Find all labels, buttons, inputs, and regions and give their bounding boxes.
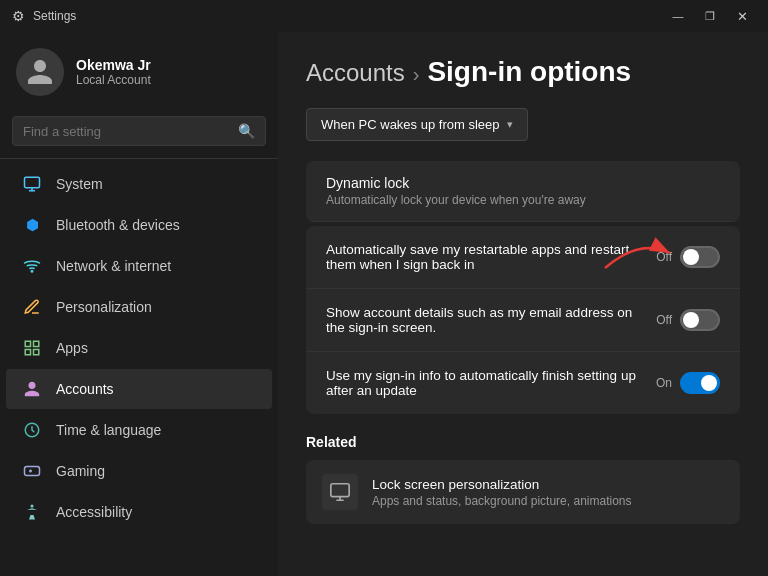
- sleep-dropdown-label: When PC wakes up from sleep: [321, 117, 499, 132]
- time-icon: [22, 420, 42, 440]
- related-item-text: Lock screen personalization Apps and sta…: [372, 477, 632, 508]
- svg-point-8: [31, 505, 34, 508]
- sleep-dropdown[interactable]: When PC wakes up from sleep ▾: [306, 108, 528, 141]
- svg-rect-10: [331, 484, 349, 497]
- sidebar-item-label-accounts: Accounts: [56, 381, 114, 397]
- sidebar-item-network[interactable]: Network & internet: [6, 246, 272, 286]
- toggle-thumb: [683, 249, 699, 265]
- sidebar-item-label-personalization: Personalization: [56, 299, 152, 315]
- apps-icon: [22, 338, 42, 358]
- accessibility-icon: [22, 502, 42, 522]
- signin-info-toggle-container: On: [656, 372, 720, 394]
- search-input[interactable]: [23, 124, 230, 139]
- titlebar: ⚙ Settings — ❐ ✕: [0, 0, 768, 32]
- settings-card-top: Dynamic lock Automatically lock your dev…: [306, 161, 740, 222]
- settings-row-signin-text: Use my sign-in info to automatically fin…: [326, 368, 636, 398]
- signin-info-toggle[interactable]: [680, 372, 720, 394]
- avatar: [16, 48, 64, 96]
- sidebar-item-label-bluetooth: Bluetooth & devices: [56, 217, 180, 233]
- settings-row-restartable-text: Automatically save my restartable apps a…: [326, 242, 636, 272]
- user-avatar-icon: [25, 57, 55, 87]
- related-header: Related: [306, 434, 740, 450]
- restartable-apps-toggle-container: Off: [656, 246, 720, 268]
- settings-app-icon: ⚙: [12, 8, 25, 24]
- titlebar-controls: — ❐ ✕: [664, 6, 756, 26]
- settings-row-account-details: Show account details such as my email ad…: [306, 289, 740, 352]
- svg-point-1: [31, 271, 33, 273]
- toggle-thumb-2: [683, 312, 699, 328]
- svg-rect-0: [25, 177, 40, 188]
- network-icon: [22, 256, 42, 276]
- restartable-apps-title: Automatically save my restartable apps a…: [326, 242, 636, 272]
- settings-row-restartable-apps: Automatically save my restartable apps a…: [306, 226, 740, 289]
- restartable-apps-toggle[interactable]: [680, 246, 720, 268]
- toggle-thumb-3: [701, 375, 717, 391]
- related-item-lock-screen[interactable]: Lock screen personalization Apps and sta…: [306, 460, 740, 524]
- restartable-apps-toggle-label: Off: [656, 250, 672, 264]
- close-button[interactable]: ✕: [728, 6, 756, 26]
- titlebar-left: ⚙ Settings: [12, 8, 76, 24]
- system-icon: [22, 174, 42, 194]
- app-body: Okemwa Jr Local Account 🔍 System ⬢ Bluet…: [0, 32, 768, 576]
- sidebar-item-accessibility[interactable]: Accessibility: [6, 492, 272, 532]
- sidebar-item-label-time: Time & language: [56, 422, 161, 438]
- accounts-icon: [22, 379, 42, 399]
- account-details-toggle-label: Off: [656, 313, 672, 327]
- page-header: Accounts › Sign-in options: [306, 56, 740, 88]
- account-details-title: Show account details such as my email ad…: [326, 305, 636, 335]
- sidebar-item-label-apps: Apps: [56, 340, 88, 356]
- dynamic-lock-title: Dynamic lock: [326, 175, 720, 191]
- user-account-type: Local Account: [76, 73, 151, 87]
- minimize-button[interactable]: —: [664, 6, 692, 26]
- dynamic-lock-row: Dynamic lock Automatically lock your dev…: [306, 161, 740, 222]
- bluetooth-icon: ⬢: [22, 215, 42, 235]
- sidebar-item-bluetooth[interactable]: ⬢ Bluetooth & devices: [6, 205, 272, 245]
- main-content: Accounts › Sign-in options When PC wakes…: [278, 32, 768, 576]
- user-name: Okemwa Jr: [76, 57, 151, 73]
- settings-row-signin-info: Use my sign-in info to automatically fin…: [306, 352, 740, 414]
- svg-rect-3: [34, 341, 39, 346]
- dynamic-lock-desc: Automatically lock your device when you'…: [326, 193, 720, 207]
- sidebar-item-gaming[interactable]: Gaming: [6, 451, 272, 491]
- settings-row-account-text: Show account details such as my email ad…: [326, 305, 636, 335]
- account-details-toggle-container: Off: [656, 309, 720, 331]
- signin-info-title: Use my sign-in info to automatically fin…: [326, 368, 636, 398]
- settings-card-main: Automatically save my restartable apps a…: [306, 226, 740, 414]
- svg-rect-2: [25, 341, 30, 346]
- lock-screen-icon: [322, 474, 358, 510]
- search-box[interactable]: 🔍: [12, 116, 266, 146]
- user-profile[interactable]: Okemwa Jr Local Account: [0, 32, 278, 112]
- svg-rect-5: [34, 350, 39, 355]
- personalization-icon: [22, 297, 42, 317]
- page-title: Sign-in options: [427, 56, 631, 88]
- sidebar-item-system[interactable]: System: [6, 164, 272, 204]
- sidebar-item-accounts[interactable]: Accounts: [6, 369, 272, 409]
- sidebar-item-label-accessibility: Accessibility: [56, 504, 132, 520]
- app-title: Settings: [33, 9, 76, 23]
- breadcrumb-arrow: ›: [413, 63, 420, 86]
- maximize-button[interactable]: ❐: [696, 6, 724, 26]
- nav-list: System ⬢ Bluetooth & devices Network & i…: [0, 163, 278, 533]
- account-details-toggle[interactable]: [680, 309, 720, 331]
- breadcrumb[interactable]: Accounts: [306, 59, 405, 87]
- lock-screen-desc: Apps and status, background picture, ani…: [372, 494, 632, 508]
- sidebar-item-apps[interactable]: Apps: [6, 328, 272, 368]
- chevron-down-icon: ▾: [507, 118, 513, 131]
- lock-screen-title: Lock screen personalization: [372, 477, 632, 492]
- sidebar-item-label-gaming: Gaming: [56, 463, 105, 479]
- sidebar-item-label-system: System: [56, 176, 103, 192]
- sidebar-item-time[interactable]: Time & language: [6, 410, 272, 450]
- sidebar: Okemwa Jr Local Account 🔍 System ⬢ Bluet…: [0, 32, 278, 576]
- sidebar-item-personalization[interactable]: Personalization: [6, 287, 272, 327]
- svg-rect-4: [25, 350, 30, 355]
- sidebar-item-label-network: Network & internet: [56, 258, 171, 274]
- user-info: Okemwa Jr Local Account: [76, 57, 151, 87]
- gaming-icon: [22, 461, 42, 481]
- sidebar-divider: [0, 158, 278, 159]
- search-icon: 🔍: [238, 123, 255, 139]
- signin-info-toggle-label: On: [656, 376, 672, 390]
